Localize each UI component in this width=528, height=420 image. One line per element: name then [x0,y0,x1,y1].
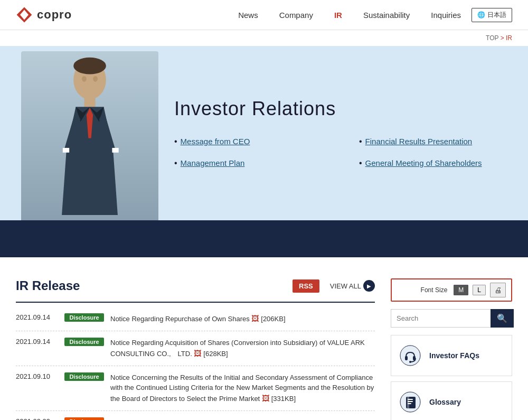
view-all-arrow-icon: ▶ [363,280,375,292]
hero-title: Investor Relations [174,98,512,120]
print-button[interactable]: 🖨 [490,283,506,297]
pdf-icon-3: 🖾 [262,394,271,403]
nav-news[interactable]: News [238,11,258,20]
svg-rect-25 [408,403,411,404]
logo-text: copro [37,8,72,22]
svg-point-13 [73,58,106,74]
font-size-control: Font Size M L 🖨 [391,278,512,302]
glossary-label: Glossary [429,398,461,406]
header: copro News Company IR Sustainability Inq… [0,0,528,30]
svg-rect-3 [84,98,95,107]
view-all-label: VIEW ALL [330,282,361,290]
svg-rect-22 [407,397,409,408]
news-item-3: 2021.09.10 Disclosure Notice Concerning … [16,366,375,411]
hero-link-general[interactable]: General Meeting of Shareholders [365,157,482,169]
ir-release-title: IR Release [16,278,80,293]
search-input[interactable] [391,309,491,328]
news-date-1: 2021.09.14 [16,313,58,321]
nav-ir[interactable]: IR [334,11,342,20]
svg-rect-23 [408,399,413,400]
news-text-4[interactable]: Financial Results Explanation Meeting fo… [110,417,375,421]
investor-faqs-card[interactable]: Investor FAQs [391,335,512,376]
hero-content: Investor Relations • Message from CEO • … [174,98,512,169]
nav-sustainability[interactable]: Sustainability [363,11,410,20]
bullet-icon-4: • [359,158,362,168]
breadcrumb-current: IR [506,34,512,42]
font-l-button[interactable]: L [473,285,486,295]
investor-faqs-label: Investor FAQs [429,351,479,360]
hero-banner: Investor Relations • Message from CEO • … [0,46,528,220]
svg-point-14 [82,76,87,82]
news-badge-3: Disclosure [64,372,104,381]
news-badge-4: Disclosure [64,417,104,421]
breadcrumb-separator: > [501,34,504,42]
hero-link-message[interactable]: Message from CEO [181,136,250,147]
right-sidebar: Font Size M L 🖨 🔍 [391,278,512,420]
view-all-link[interactable]: VIEW ALL ▶ [330,280,375,292]
dark-banner [0,220,528,257]
svg-rect-24 [408,401,413,402]
search-icon: 🔍 [497,314,507,323]
hero-person-image [21,51,158,220]
breadcrumb: TOP > IR [0,30,528,46]
news-item-2: 2021.09.14 Disclosure Notice Regarding A… [16,331,375,366]
logo-diamond-icon [16,6,33,23]
hero-link-item-1: • Message from CEO [174,136,327,147]
bullet-icon-3: • [174,158,177,168]
svg-rect-17 [405,356,408,360]
hero-link-item-2: • Financial Results Presentation [359,136,512,147]
section-divider [16,302,375,303]
rss-button[interactable]: RSS [293,279,319,293]
svg-point-19 [409,361,411,363]
news-date-3: 2021.09.10 [16,372,58,380]
logo[interactable]: copro [16,6,72,23]
search-button[interactable]: 🔍 [491,309,514,328]
news-item-1: 2021.09.14 Disclosure Notice Regarding R… [16,307,375,331]
hero-link-financial[interactable]: Financial Results Presentation [365,136,473,147]
headset-icon [399,344,422,367]
news-text-2[interactable]: Notice Regarding Acquisition of Shares (… [110,338,375,359]
svg-rect-12 [112,148,118,153]
svg-point-15 [93,76,98,82]
hero-link-item-3: • Management Plan [174,157,327,169]
book-icon [399,390,422,414]
news-text-3[interactable]: Notice Concerning the Results of the Ini… [110,372,375,404]
news-item-4: 2021.09.09 Disclosure Financial Results … [16,411,375,421]
news-date-2: 2021.09.14 [16,338,58,346]
globe-icon: 🌐 [477,11,485,18]
ir-release-section: IR Release RSS VIEW ALL ▶ 2021.09.14 Dis… [16,278,375,420]
svg-rect-11 [63,148,69,153]
pdf-icon-2: 🖾 [194,349,203,358]
main-nav: News Company IR Sustainability Inquiries [238,11,461,20]
hero-link-item-4: • General Meeting of Shareholders [359,157,512,169]
lang-label: 日本語 [487,11,506,20]
hero-link-management[interactable]: Management Plan [181,157,245,169]
printer-icon: 🖨 [494,286,502,294]
search-box: 🔍 [391,309,512,328]
nav-company[interactable]: Company [279,11,313,20]
font-size-label: Font Size [421,286,448,294]
glossary-card[interactable]: Glossary [391,381,512,420]
font-m-button[interactable]: M [454,285,468,295]
nav-inquiries[interactable]: Inquiries [431,11,461,20]
bullet-icon-1: • [174,137,177,146]
news-badge-1: Disclosure [64,313,104,322]
language-button[interactable]: 🌐 日本語 [472,8,512,22]
pdf-icon-1: 🖾 [251,314,261,323]
hero-links: • Message from CEO • Financial Results P… [174,136,512,169]
bullet-icon-2: • [359,137,362,146]
section-header: IR Release RSS VIEW ALL ▶ [16,278,375,293]
news-date-4: 2021.09.09 [16,417,58,421]
person-silhouette-icon [37,57,143,215]
main-content: IR Release RSS VIEW ALL ▶ 2021.09.14 Dis… [0,257,528,420]
news-badge-2: Disclosure [64,338,104,346]
breadcrumb-top[interactable]: TOP [486,34,498,42]
news-text-1[interactable]: Notice Regarding Repurchase of Own Share… [110,313,375,324]
